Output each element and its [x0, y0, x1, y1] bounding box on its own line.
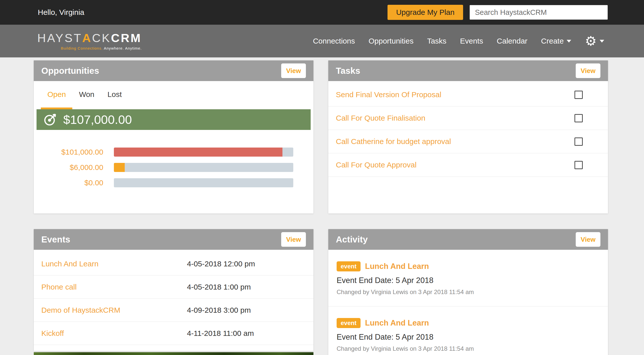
bar-row: $6,000.00: [34, 163, 313, 172]
events-view-button[interactable]: View: [281, 232, 306, 247]
bar-value-label: $0.00: [34, 179, 114, 187]
tab-won[interactable]: Won: [72, 81, 101, 109]
opportunities-card-header: Opportunities View: [34, 60, 313, 81]
activity-card-header: Activity View: [328, 229, 608, 250]
gear-icon: ⚙: [585, 34, 597, 48]
topbar-right-group: Upgrade My Plan: [388, 5, 608, 20]
bar-value-label: $101,000.00: [34, 148, 114, 156]
task-checkbox[interactable]: [574, 91, 583, 99]
activity-list: event Lunch And Learn Event End Date: 5 …: [328, 250, 608, 355]
opportunities-bar-chart: $101,000.00 $6,000.00 $0.00: [34, 148, 313, 187]
main-navbar: HAYSTACKCRM Building Connections. Anywhe…: [0, 25, 644, 57]
activity-card-title: Activity: [336, 234, 368, 244]
task-list: Send Final Version Of Proposal Call For …: [328, 81, 608, 177]
tasks-card-header: Tasks View: [328, 60, 608, 81]
logo-orange-a: A: [82, 31, 92, 45]
event-datetime: 4-09-2018 3:00 pm: [187, 306, 251, 314]
bar-fill: [114, 163, 125, 172]
activity-item-head: event Lunch And Learn: [337, 261, 600, 271]
event-link[interactable]: Phone call: [41, 283, 187, 291]
activity-item: event Lunch And Learn Event End Date: 5 …: [328, 250, 608, 306]
task-link[interactable]: Call For Quote Finalisation: [336, 114, 425, 122]
nav-item-events[interactable]: Events: [460, 37, 483, 45]
event-link[interactable]: Lunch And Learn: [41, 260, 187, 268]
task-link[interactable]: Call Catherine for budget approval: [336, 137, 451, 146]
activity-end-date: Event End Date: 5 Apr 2018: [337, 333, 600, 342]
event-link[interactable]: Demo of HaystackCRM: [41, 306, 187, 314]
tasks-card: Tasks View Send Final Version Of Proposa…: [328, 60, 608, 214]
bar-value-label: $6,000.00: [34, 163, 114, 172]
event-datetime: 4-05-2018 12:00 pm: [187, 260, 255, 268]
activity-changed-by: Changed by Virginia Lewis on 3 Apr 2018 …: [337, 289, 600, 296]
nav-item-connections[interactable]: Connections: [313, 37, 355, 45]
opportunities-card-title: Opportunities: [41, 66, 99, 76]
tasks-card-title: Tasks: [336, 66, 360, 76]
activity-view-button[interactable]: View: [576, 232, 600, 247]
task-row: Call For Quote Approval: [328, 153, 608, 177]
event-type-badge: event: [337, 318, 361, 328]
nav-item-tasks[interactable]: Tasks: [427, 37, 446, 45]
top-bar: Hello, Virginia Upgrade My Plan: [0, 0, 644, 25]
caret-down-icon: [567, 40, 571, 43]
settings-menu[interactable]: ⚙: [585, 34, 604, 48]
bar-track: [114, 148, 293, 157]
nav-item-create[interactable]: Create: [541, 37, 571, 45]
events-card-title: Events: [41, 234, 70, 244]
bar-fill: [114, 148, 282, 157]
bar-row: $0.00: [34, 178, 313, 187]
event-list: Lunch And Learn 4-05-2018 12:00 pm Phone…: [34, 250, 313, 345]
tab-lost[interactable]: Lost: [101, 81, 128, 109]
dashboard-content: Opportunities View Open Won Lost $107,00…: [0, 57, 644, 355]
task-checkbox[interactable]: [574, 137, 583, 146]
activity-event-link[interactable]: Lunch And Learn: [365, 318, 429, 328]
event-row: Kickoff 4-11-2018 11:00 am: [34, 322, 313, 345]
task-link[interactable]: Send Final Version Of Proposal: [336, 90, 441, 99]
search-input[interactable]: [470, 5, 608, 20]
activity-item: event Lunch And Learn Event End Date: 5 …: [328, 306, 608, 355]
event-row: Lunch And Learn 4-05-2018 12:00 pm: [34, 252, 313, 275]
logo-wordmark: HAYSTACKCRM: [37, 32, 142, 44]
events-card: Events View Lunch And Learn 4-05-2018 12…: [34, 229, 313, 351]
opportunities-tabs: Open Won Lost: [34, 81, 313, 109]
greeting-text: Hello, Virginia: [38, 8, 84, 17]
activity-changed-by: Changed by Virginia Lewis on 3 Apr 2018 …: [337, 345, 600, 352]
activity-event-link[interactable]: Lunch And Learn: [365, 262, 429, 271]
task-row: Call For Quote Finalisation: [328, 106, 608, 130]
open-total-banner: $107,000.00: [37, 109, 311, 130]
event-row: Phone call 4-05-2018 1:00 pm: [34, 275, 313, 299]
task-row: Send Final Version Of Proposal: [328, 83, 608, 106]
task-link[interactable]: Call For Quote Approval: [336, 161, 416, 169]
tab-open[interactable]: Open: [41, 81, 72, 109]
upgrade-plan-button[interactable]: Upgrade My Plan: [388, 5, 463, 20]
nav-item-calendar[interactable]: Calendar: [497, 37, 528, 45]
task-checkbox[interactable]: [574, 114, 583, 122]
events-card-header: Events View: [34, 229, 313, 250]
task-row: Call Catherine for budget approval: [328, 130, 608, 153]
task-checkbox[interactable]: [574, 161, 583, 169]
bar-track: [114, 178, 293, 187]
target-icon: [43, 113, 57, 127]
bar-row: $101,000.00: [34, 148, 313, 157]
event-type-badge: event: [337, 261, 361, 271]
caret-down-icon: [600, 40, 604, 43]
event-datetime: 4-05-2018 1:00 pm: [187, 283, 251, 291]
event-datetime: 4-11-2018 11:00 am: [187, 329, 254, 338]
nav-links: Connections Opportunities Tasks Events C…: [313, 34, 604, 48]
opportunities-card: Opportunities View Open Won Lost $107,00…: [34, 60, 313, 214]
logo-tagline: Building Connections. Anywhere. Anytime.: [37, 46, 142, 50]
background-photo-strip: [34, 352, 313, 355]
activity-item-head: event Lunch And Learn: [337, 318, 600, 328]
event-row: Demo of HaystackCRM 4-09-2018 3:00 pm: [34, 299, 313, 322]
open-total-amount: $107,000.00: [63, 113, 132, 127]
event-link[interactable]: Kickoff: [41, 329, 187, 338]
bar-track: [114, 163, 293, 172]
activity-end-date: Event End Date: 5 Apr 2018: [337, 276, 600, 285]
tasks-view-button[interactable]: View: [576, 63, 600, 78]
nav-item-opportunities[interactable]: Opportunities: [369, 37, 413, 45]
haystackcrm-logo[interactable]: HAYSTACKCRM Building Connections. Anywhe…: [37, 32, 142, 50]
events-column: Events View Lunch And Learn 4-05-2018 12…: [34, 229, 313, 355]
activity-card: Activity View event Lunch And Learn Even…: [328, 229, 608, 355]
opportunities-view-button[interactable]: View: [281, 63, 306, 78]
